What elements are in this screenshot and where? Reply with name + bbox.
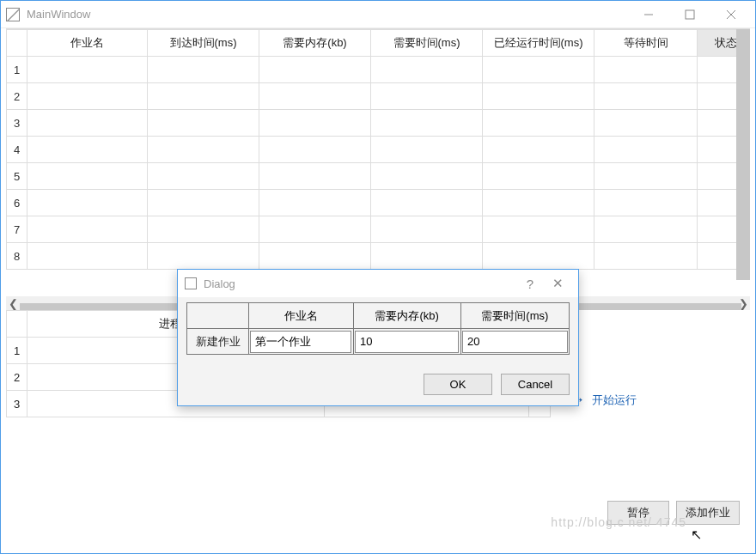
cell[interactable] xyxy=(259,57,371,83)
cell[interactable] xyxy=(594,243,698,270)
cell[interactable] xyxy=(371,163,483,190)
process-corner xyxy=(7,311,27,338)
cell[interactable] xyxy=(148,57,259,83)
table-row[interactable]: 6 xyxy=(7,190,751,216)
cell[interactable] xyxy=(27,110,148,137)
job-name-input[interactable] xyxy=(250,331,351,353)
cell[interactable] xyxy=(483,110,594,137)
dialog-corner xyxy=(187,303,249,329)
table-row[interactable]: 5 xyxy=(7,163,751,190)
jobs-vscroll-thumb[interactable] xyxy=(736,29,750,280)
row-header: 3 xyxy=(7,391,27,417)
cell[interactable] xyxy=(594,57,698,83)
cell[interactable] xyxy=(148,243,259,270)
side-panel: → 开始运行 暂停 添加作业 xyxy=(551,310,750,540)
ok-button[interactable]: OK xyxy=(424,374,492,395)
jobs-table: 作业名 到达时间(ms) 需要内存(kb) 需要时间(ms) 已经运行时间(ms… xyxy=(6,29,750,270)
cell[interactable] xyxy=(148,110,259,137)
dialog-buttons: OK Cancel xyxy=(178,365,578,405)
col-wait-time[interactable]: 等待时间 xyxy=(594,30,698,57)
row-header: 1 xyxy=(7,338,27,364)
add-job-button[interactable]: 添加作业 xyxy=(676,501,740,525)
cancel-button[interactable]: Cancel xyxy=(501,374,570,395)
cell[interactable] xyxy=(594,216,698,243)
cell[interactable] xyxy=(483,243,594,270)
start-run-label: 开始运行 xyxy=(592,393,637,408)
table-row[interactable]: 2 xyxy=(7,83,751,110)
maximize-button[interactable] xyxy=(680,4,700,25)
col-job-name[interactable]: 作业名 xyxy=(27,30,148,57)
row-header: 3 xyxy=(7,110,27,137)
dialog-help-button[interactable]: ? xyxy=(516,277,544,291)
cell[interactable] xyxy=(27,163,148,190)
cell[interactable] xyxy=(148,163,259,190)
cell[interactable] xyxy=(27,83,148,110)
cell[interactable] xyxy=(27,243,148,270)
col-need-memory[interactable]: 需要内存(kb) xyxy=(259,30,371,57)
row-header: 8 xyxy=(7,243,27,270)
cell[interactable] xyxy=(27,137,148,163)
close-button[interactable] xyxy=(721,4,741,25)
cell[interactable] xyxy=(483,216,594,243)
dialog-row-label: 新建作业 xyxy=(187,329,249,355)
pause-button[interactable]: 暂停 xyxy=(607,501,669,525)
dialog-close-button[interactable]: ✕ xyxy=(544,276,571,291)
col-need-time[interactable]: 需要时间(ms) xyxy=(371,30,483,57)
cell[interactable] xyxy=(371,83,483,110)
row-header: 1 xyxy=(7,57,27,83)
main-window: MainWindow 作业名 到达时间(ms) 需要内存(kb) 需要时间(m xyxy=(0,0,756,554)
cell[interactable] xyxy=(259,137,371,163)
minimize-button[interactable] xyxy=(638,4,659,25)
dialog-table: 作业名 需要内存(kb) 需要时间(ms) 新建作业 xyxy=(186,302,570,355)
cell[interactable] xyxy=(594,163,698,190)
cell[interactable] xyxy=(259,110,371,137)
dialog-col-name: 作业名 xyxy=(249,303,354,329)
cell[interactable] xyxy=(148,190,259,216)
dialog-col-time: 需要时间(ms) xyxy=(460,303,569,329)
jobs-hscroll-left[interactable]: ❮ xyxy=(6,296,20,310)
table-row[interactable]: 8 xyxy=(7,243,751,270)
cell[interactable] xyxy=(27,57,148,83)
cell[interactable] xyxy=(483,190,594,216)
row-header: 4 xyxy=(7,137,27,163)
dialog-titlebar: Dialog ? ✕ xyxy=(178,270,578,297)
cell[interactable] xyxy=(483,83,594,110)
dialog-header-row: 作业名 需要内存(kb) 需要时间(ms) xyxy=(187,303,570,329)
col-arrive-time[interactable]: 到达时间(ms) xyxy=(148,30,259,57)
table-row[interactable]: 7 xyxy=(7,216,751,243)
time-input[interactable] xyxy=(462,331,568,353)
window-title: MainWindow xyxy=(27,8,638,21)
cell[interactable] xyxy=(259,216,371,243)
cell[interactable] xyxy=(483,57,594,83)
cell[interactable] xyxy=(371,190,483,216)
row-header: 6 xyxy=(7,190,27,216)
cell[interactable] xyxy=(594,110,698,137)
table-row[interactable]: 4 xyxy=(7,137,751,163)
client-area: 作业名 到达时间(ms) 需要内存(kb) 需要时间(ms) 已经运行时间(ms… xyxy=(1,28,755,553)
cell[interactable] xyxy=(371,110,483,137)
cell[interactable] xyxy=(148,216,259,243)
cell[interactable] xyxy=(371,216,483,243)
cell[interactable] xyxy=(483,137,594,163)
cell[interactable] xyxy=(483,163,594,190)
col-run-time[interactable]: 已经运行时间(ms) xyxy=(483,30,594,57)
cell[interactable] xyxy=(594,137,698,163)
cell[interactable] xyxy=(259,243,371,270)
memory-input[interactable] xyxy=(355,331,460,353)
table-row[interactable]: 1 xyxy=(7,57,751,83)
cell[interactable] xyxy=(27,216,148,243)
cell[interactable] xyxy=(371,137,483,163)
cell[interactable] xyxy=(259,83,371,110)
table-row[interactable]: 3 xyxy=(7,110,751,137)
cell[interactable] xyxy=(371,243,483,270)
cell[interactable] xyxy=(148,137,259,163)
cell[interactable] xyxy=(594,190,698,216)
cell[interactable] xyxy=(259,163,371,190)
cell[interactable] xyxy=(594,83,698,110)
jobs-vscroll[interactable] xyxy=(736,29,750,280)
start-run-link[interactable]: → 开始运行 xyxy=(570,391,740,409)
cell[interactable] xyxy=(259,190,371,216)
cell[interactable] xyxy=(148,83,259,110)
cell[interactable] xyxy=(27,190,148,216)
cell[interactable] xyxy=(371,57,483,83)
